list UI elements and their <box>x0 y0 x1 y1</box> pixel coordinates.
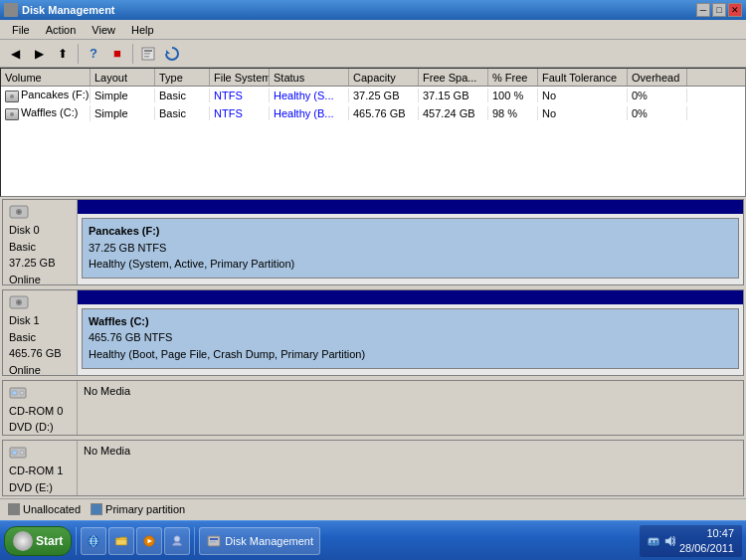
cdrom-1-content: No Media <box>78 441 743 494</box>
cdrom-1-row: CD-ROM 1 DVD (E:) No Media <box>2 440 744 495</box>
disk-0-partition[interactable]: Pancakes (F:) 37.25 GB NTFS Healthy (Sys… <box>82 218 739 279</box>
disk-0-header-bar <box>78 200 743 214</box>
toolbar-separator-2 <box>132 44 133 64</box>
clock-time: 10:47 <box>679 526 734 540</box>
taskbar-separator <box>76 527 77 555</box>
disk-1-type: Basic <box>9 329 71 346</box>
svg-rect-3 <box>144 56 149 58</box>
legend-primary: Primary partition <box>91 503 185 515</box>
svg-point-16 <box>20 451 24 455</box>
header-overhead[interactable]: Overhead <box>628 69 687 86</box>
quick-launch-ie[interactable] <box>81 527 106 555</box>
svg-point-10 <box>18 301 20 303</box>
start-label: Start <box>36 534 63 548</box>
header-capacity[interactable]: Capacity <box>349 69 419 86</box>
cell-fault-0: No <box>538 89 628 102</box>
cdrom-1-type: DVD (E:) <box>9 479 71 496</box>
disk-0-type: Basic <box>9 239 71 256</box>
system-tray: 10:47 28/06/2011 <box>640 525 742 557</box>
cell-status-0: Healthy (S... <box>270 89 349 102</box>
disk-1-partition[interactable]: Waffles (C:) 465.76 GB NTFS Healthy (Boo… <box>82 308 739 369</box>
cell-volume-1: Waffles (C:) <box>1 105 91 120</box>
cdrom-1-id: CD-ROM 1 <box>9 463 71 479</box>
disk-1-size: 465.76 GB <box>9 345 71 362</box>
cdrom-1-media: No Media <box>84 445 737 457</box>
minimize-button[interactable]: ─ <box>696 3 710 17</box>
menu-view[interactable]: View <box>84 22 123 38</box>
disk-1-icon <box>9 294 29 310</box>
content-area: Volume Layout Type File System Status Ca… <box>0 68 746 520</box>
windows-logo-icon <box>13 531 33 551</box>
table-row[interactable]: Pancakes (F:) Simple Basic NTFS Healthy … <box>1 87 745 104</box>
header-free[interactable]: Free Spa... <box>419 69 488 86</box>
maximize-button[interactable]: □ <box>712 3 726 17</box>
stop-button[interactable]: ■ <box>106 43 128 65</box>
user-icon <box>171 533 183 549</box>
app-icon <box>4 3 18 17</box>
help-button[interactable]: ? <box>83 43 104 65</box>
header-fs[interactable]: File System <box>210 69 270 86</box>
header-type[interactable]: Type <box>155 69 210 86</box>
cell-type-1: Basic <box>155 106 210 120</box>
cell-pct-1: 98 % <box>488 106 538 120</box>
header-volume[interactable]: Volume <box>1 69 91 86</box>
disk-1-label: Disk 1 Basic 465.76 GB Online <box>3 290 78 375</box>
svg-rect-26 <box>210 538 218 540</box>
close-button[interactable]: ✕ <box>728 3 742 17</box>
taskbar-diskmgmt-label: Disk Management <box>225 535 313 547</box>
forward-button[interactable]: ▶ <box>28 43 50 65</box>
table-header: Volume Layout Type File System Status Ca… <box>1 69 745 87</box>
taskbar-diskmgmt[interactable]: Disk Management <box>199 527 320 555</box>
header-fault[interactable]: Fault Tolerance <box>538 69 628 86</box>
system-clock: 10:47 28/06/2011 <box>679 526 734 555</box>
disk-0-label: Disk 0 Basic 37.25 GB Online <box>3 200 78 284</box>
folder-icon <box>115 533 127 549</box>
cell-fault-1: No <box>538 106 628 120</box>
cdrom-1-icon <box>9 445 27 461</box>
cell-capacity-0: 37.25 GB <box>349 89 419 102</box>
header-layout[interactable]: Layout <box>91 69 155 86</box>
header-pct[interactable]: % Free <box>488 69 538 86</box>
toolbar-separator-1 <box>78 44 79 64</box>
menu-file[interactable]: File <box>4 22 38 38</box>
table-row[interactable]: Waffles (C:) Simple Basic NTFS Healthy (… <box>1 104 745 122</box>
taskbar: Start <box>0 520 746 560</box>
menu-help[interactable]: Help <box>123 22 162 38</box>
cell-type-0: Basic <box>155 89 210 102</box>
svg-rect-2 <box>144 53 150 55</box>
cdrom-0-content: No Media <box>78 381 743 435</box>
up-button[interactable]: ⬆ <box>52 43 74 65</box>
cell-layout-1: Simple <box>91 106 155 120</box>
cell-fs-0: NTFS <box>210 89 270 102</box>
disk-0-partition-status: Healthy (System, Active, Primary Partiti… <box>89 256 732 273</box>
legend-primary-label: Primary partition <box>105 503 185 515</box>
title-bar-left: Disk Management <box>4 3 115 17</box>
disk-0-partition-size: 37.25 GB NTFS <box>89 240 732 257</box>
cell-free-1: 457.24 GB <box>419 106 488 120</box>
title-bar: Disk Management ─ □ ✕ <box>0 0 746 20</box>
disk-1-partition-size: 465.76 GB NTFS <box>89 329 732 346</box>
properties-button[interactable] <box>137 43 159 65</box>
quick-launch-folder[interactable] <box>108 527 134 555</box>
quick-launch-media[interactable] <box>136 527 162 555</box>
disk-0-content: Pancakes (F:) 37.25 GB NTFS Healthy (Sys… <box>78 200 743 284</box>
legend-unallocated-swatch <box>8 503 20 515</box>
disk-0-partitions: Pancakes (F:) 37.25 GB NTFS Healthy (Sys… <box>78 214 743 284</box>
taskbar-separator-2 <box>194 527 195 555</box>
svg-rect-15 <box>12 451 17 455</box>
quick-launch-user[interactable] <box>164 527 190 555</box>
header-status[interactable]: Status <box>270 69 349 86</box>
cdrom-0-row: CD-ROM 0 DVD (D:) No Media <box>2 380 744 436</box>
network-icon <box>648 534 659 548</box>
back-button[interactable]: ◀ <box>4 43 26 65</box>
svg-marker-4 <box>166 50 170 54</box>
disk-0-status: Online <box>9 272 71 288</box>
diskmgmt-taskbar-icon <box>206 533 222 549</box>
refresh-button[interactable] <box>161 43 183 65</box>
disk-0-row: Disk 0 Basic 37.25 GB Online Pancakes (F… <box>2 199 744 285</box>
start-button[interactable]: Start <box>4 526 72 556</box>
menu-action[interactable]: Action <box>38 22 85 38</box>
svg-rect-12 <box>12 391 17 395</box>
disk-icon-0 <box>5 91 19 102</box>
cell-layout-0: Simple <box>91 89 155 102</box>
